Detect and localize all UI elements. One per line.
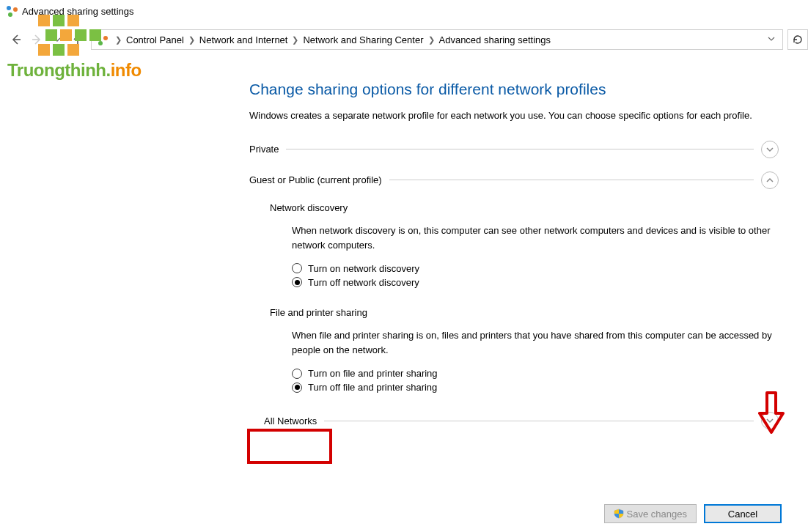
chevron-up-icon[interactable] (761, 171, 779, 189)
address-dropdown[interactable] (765, 35, 778, 44)
radio-icon (292, 369, 302, 379)
divider (286, 149, 754, 149)
fps-desc: When file and printer sharing is on, fil… (292, 328, 776, 358)
page-title: Change sharing options for different net… (249, 81, 779, 98)
nav-recent-dropdown[interactable] (47, 29, 67, 50)
radio-fps-off[interactable]: Turn off file and printer sharing (292, 382, 779, 393)
chevron-right-icon[interactable]: ❯ (292, 35, 298, 45)
radio-fps-off-label: Turn off file and printer sharing (308, 382, 437, 393)
radio-fps-on[interactable]: Turn on file and printer sharing (292, 368, 779, 379)
section-private-label: Private (249, 144, 286, 155)
chevron-right-icon[interactable]: ❯ (428, 35, 435, 45)
nav-back-button[interactable] (6, 29, 26, 50)
title-bar: Advanced sharing settings (0, 0, 808, 22)
network-discovery-title: Network discovery (270, 202, 779, 213)
breadcrumb-control-panel[interactable]: Control Panel (126, 34, 184, 45)
divider (389, 180, 754, 180)
section-all-networks[interactable]: All Networks (264, 412, 779, 429)
shield-icon (614, 509, 624, 519)
sharing-icon (6, 5, 18, 17)
save-changes-label: Save changes (627, 509, 687, 520)
breadcrumb-advanced-sharing[interactable]: Advanced sharing settings (439, 34, 551, 45)
main-content: Change sharing options for different net… (249, 81, 779, 488)
cancel-button[interactable]: Cancel (704, 504, 782, 523)
section-all-networks-label: All Networks (264, 415, 324, 426)
save-changes-button[interactable]: Save changes (604, 504, 697, 523)
radio-icon (292, 277, 302, 287)
fps-title: File and printer sharing (270, 307, 779, 318)
cancel-label: Cancel (728, 509, 757, 520)
watermark-text-1: Truongthinh. (7, 60, 111, 80)
subsection-file-printer-sharing: File and printer sharing When file and p… (270, 307, 779, 393)
chevron-right-icon[interactable]: ❯ (188, 35, 195, 45)
radio-netdisc-off[interactable]: Turn off network discovery (292, 277, 779, 288)
radio-netdisc-on[interactable]: Turn on network discovery (292, 263, 779, 274)
refresh-button[interactable] (787, 29, 808, 50)
nav-up-button[interactable] (67, 29, 88, 50)
watermark-text-2: info (111, 60, 142, 80)
radio-netdisc-off-label: Turn off network discovery (308, 277, 419, 288)
nav-row: ❯ Control Panel ❯ Network and Internet ❯… (0, 26, 808, 53)
radio-icon (292, 383, 302, 393)
radio-icon (292, 263, 302, 273)
window-title: Advanced sharing settings (22, 6, 133, 17)
section-guest-public[interactable]: Guest or Public (current profile) (249, 171, 779, 189)
chevron-down-icon[interactable] (761, 141, 779, 158)
address-bar[interactable]: ❯ Control Panel ❯ Network and Internet ❯… (91, 29, 783, 50)
radio-netdisc-on-label: Turn on network discovery (308, 263, 419, 274)
network-discovery-desc: When network discovery is on, this compu… (292, 223, 776, 253)
chevron-down-icon[interactable] (761, 412, 779, 429)
section-guest-public-label: Guest or Public (current profile) (249, 174, 389, 185)
breadcrumb-network-sharing-center[interactable]: Network and Sharing Center (303, 34, 423, 45)
chevron-right-icon[interactable]: ❯ (115, 35, 122, 45)
button-row: Save changes Cancel (604, 504, 782, 523)
subsection-network-discovery: Network discovery When network discovery… (270, 202, 779, 288)
sharing-icon (96, 34, 108, 45)
divider (324, 421, 754, 421)
page-intro: Windows creates a separate network profi… (249, 108, 777, 123)
breadcrumb-network-internet[interactable]: Network and Internet (199, 34, 288, 45)
section-private[interactable]: Private (249, 141, 779, 158)
radio-fps-on-label: Turn on file and printer sharing (308, 368, 438, 379)
nav-forward-button[interactable] (26, 29, 47, 50)
